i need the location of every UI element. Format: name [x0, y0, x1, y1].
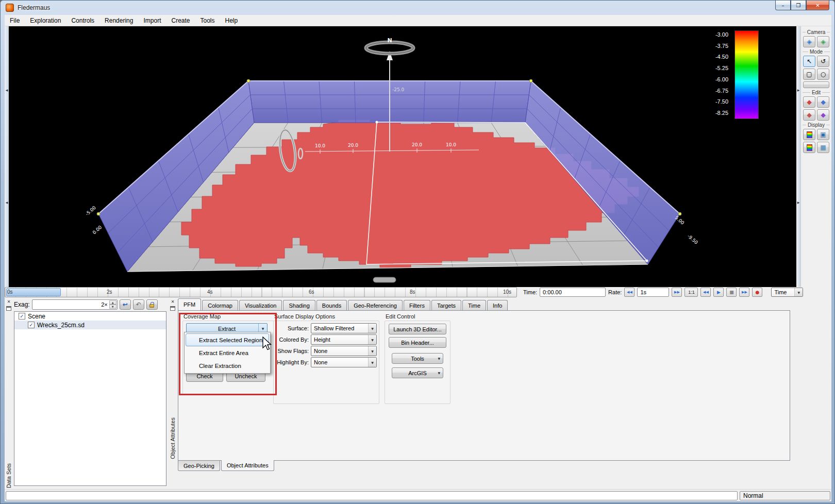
display-monitor-button[interactable]: ▣ — [817, 129, 829, 140]
scene-svg[interactable]: 10.0 20.0 20.0 10.0 -25.0 N - — [9, 26, 796, 287]
time-value-field[interactable]: 0:00.00 — [540, 288, 606, 297]
menu-file[interactable]: File — [5, 15, 25, 26]
play-button[interactable]: ▶ — [713, 288, 724, 297]
tab-bounds[interactable]: Bounds — [316, 300, 347, 310]
mode-select-button[interactable]: ▢ — [803, 69, 815, 80]
tab-pfm[interactable]: PFM — [178, 298, 201, 310]
attributes-detach-icon[interactable] — [170, 306, 175, 311]
camera-section-label: Camera — [807, 29, 826, 35]
undo-button[interactable]: ↶ — [133, 299, 144, 310]
datasets-side-tab[interactable]: Data Sets — [6, 463, 12, 488]
tree-row-scene[interactable]: ✓ Scene — [14, 312, 166, 321]
menu-create[interactable]: Create — [166, 15, 195, 26]
arcgis-dropdown-button[interactable]: ArcGIS ▼ — [392, 367, 443, 378]
mode-orbit-button[interactable]: ↺ — [817, 56, 829, 67]
camera-orbit-button[interactable]: ◈ — [803, 36, 815, 47]
go-end-button[interactable]: ▶▶ — [739, 288, 749, 297]
launch-3d-editor-button[interactable]: Launch 3D Editor... — [389, 324, 446, 334]
go-start-button[interactable]: ◀◀ — [700, 288, 711, 297]
tab-time[interactable]: Time — [462, 300, 486, 310]
edit-plane-button[interactable]: ◆ — [803, 109, 815, 121]
attributes-panel-strip: ✕ Object Attributes — [169, 298, 177, 488]
close-button[interactable]: ✕ — [806, 1, 829, 10]
reset-view-button[interactable]: ↩ — [120, 299, 131, 310]
menu-help[interactable]: Help — [220, 15, 243, 26]
spin-up-button[interactable]: ▲ — [109, 300, 116, 305]
right-splitter[interactable]: ▶ ▶ — [796, 26, 800, 287]
surface-combo[interactable]: Shallow Filtered ▼ — [311, 323, 377, 333]
edit-cube-red-button[interactable]: ◆ — [803, 96, 815, 108]
edit-pair-button[interactable]: ◆ — [817, 109, 829, 121]
status-mode-field: Normal — [740, 491, 830, 500]
left-collapse-icon[interactable]: ◀ — [5, 200, 9, 204]
one-to-one-button[interactable]: 1:1 — [684, 288, 698, 297]
menu-tools[interactable]: Tools — [195, 15, 220, 26]
show-flags-combo[interactable]: None ▼ — [311, 346, 377, 356]
extract-label: Extract — [218, 326, 236, 332]
edit-control-group: Edit Control Launch 3D Editor... Bin Hea… — [385, 313, 450, 404]
bin-header-button[interactable]: Bin Header... — [389, 337, 446, 348]
mode-extra-button[interactable] — [803, 81, 829, 88]
legend-value: -5.25 — [715, 65, 728, 71]
highlight-by-combo[interactable]: None ▼ — [311, 357, 377, 367]
menu-import[interactable]: Import — [138, 15, 166, 26]
camera-pan-button[interactable]: ◈ — [817, 36, 829, 47]
left-splitter[interactable]: ◀ ◀ — [5, 26, 9, 287]
tab-geo-picking[interactable]: Geo-Picking — [178, 461, 220, 471]
camera-pan-icon: ◈ — [821, 38, 825, 45]
minimize-button[interactable]: – — [775, 1, 791, 10]
colored-by-combo[interactable]: Height ▼ — [311, 334, 377, 345]
menu-item-clear-extraction[interactable]: Clear Extraction — [186, 359, 269, 372]
colormap-icon — [807, 131, 812, 138]
rate-value-field[interactable]: 1s — [637, 288, 669, 297]
title-bar[interactable]: Fledermaus — [1, 1, 834, 15]
tab-targets[interactable]: Targets — [431, 300, 461, 310]
dataset-checkbox[interactable]: ✓ — [28, 322, 35, 328]
right-collapse-icon[interactable]: ▶ — [796, 200, 800, 204]
menu-rendering[interactable]: Rendering — [99, 15, 138, 26]
record-button[interactable]: ● — [752, 288, 762, 297]
time-slider-track[interactable]: 0s 2s 4s 6s 8s 10s — [5, 287, 517, 297]
menu-controls[interactable]: Controls — [66, 15, 99, 26]
tab-filters[interactable]: Filters — [404, 300, 430, 310]
attributes-side-tab[interactable]: Object Attributes — [170, 417, 176, 459]
tab-geo-referencing[interactable]: Geo-Referencing — [348, 300, 403, 310]
scene-checkbox[interactable]: ✓ — [19, 313, 25, 320]
tab-visualization[interactable]: Visualization — [239, 300, 282, 310]
menu-exploration[interactable]: Exploration — [25, 15, 66, 26]
left-collapse-icon[interactable]: ◀ — [5, 88, 9, 92]
display-colormap-button[interactable] — [803, 129, 815, 140]
time-mode-combo[interactable]: Time ▼ — [771, 288, 803, 297]
tab-info[interactable]: Info — [487, 300, 508, 310]
stop-button[interactable]: ■ — [726, 288, 737, 297]
time-slider-selection[interactable] — [6, 288, 61, 296]
exag-spinner[interactable]: 2× ▲ ▼ — [32, 299, 118, 310]
maximize-button[interactable]: ❒ — [791, 1, 806, 10]
tools-dropdown-button[interactable]: Tools ▼ — [392, 353, 443, 364]
chevron-down-icon: ▼ — [368, 324, 376, 333]
display-gradient-button[interactable] — [803, 142, 815, 153]
right-collapse-icon[interactable]: ▶ — [796, 88, 800, 92]
spin-down-button[interactable]: ▼ — [109, 305, 116, 309]
tree-row-dataset[interactable]: ✓ Wrecks_25cm.sd — [14, 321, 166, 329]
datasets-close-button[interactable]: ✕ — [6, 298, 12, 305]
tab-shading[interactable]: Shading — [283, 300, 315, 310]
3d-viewport[interactable]: 10.0 20.0 20.0 10.0 -25.0 N - — [9, 26, 796, 287]
tab-colormap[interactable]: Colormap — [202, 300, 238, 310]
attributes-close-button[interactable]: ✕ — [170, 298, 176, 305]
mode-lasso-button[interactable]: ○ — [817, 69, 829, 80]
menu-item-extract-selected-region[interactable]: Extract Selected Region — [186, 333, 269, 346]
menu-item-extract-entire-area[interactable]: Extract Entire Area — [186, 346, 269, 359]
mode-pointer-button[interactable]: ↖ — [803, 56, 815, 67]
tab-object-attributes[interactable]: Object Attributes — [221, 460, 274, 471]
rate-next-button[interactable]: ▶▶ — [672, 288, 682, 297]
rate-prev-button[interactable]: ◀◀ — [624, 288, 634, 297]
chevron-down-icon: ▼ — [438, 357, 440, 360]
highlight-by-value: None — [314, 359, 327, 365]
lock-button[interactable] — [146, 299, 158, 310]
display-grid-button[interactable]: ▦ — [817, 142, 829, 153]
viewport-scroll-thumb[interactable] — [373, 277, 396, 282]
edit-cube-blue-button[interactable]: ◆ — [817, 96, 829, 108]
datasets-detach-icon[interactable] — [6, 306, 11, 311]
lasso-icon: ○ — [821, 71, 826, 78]
